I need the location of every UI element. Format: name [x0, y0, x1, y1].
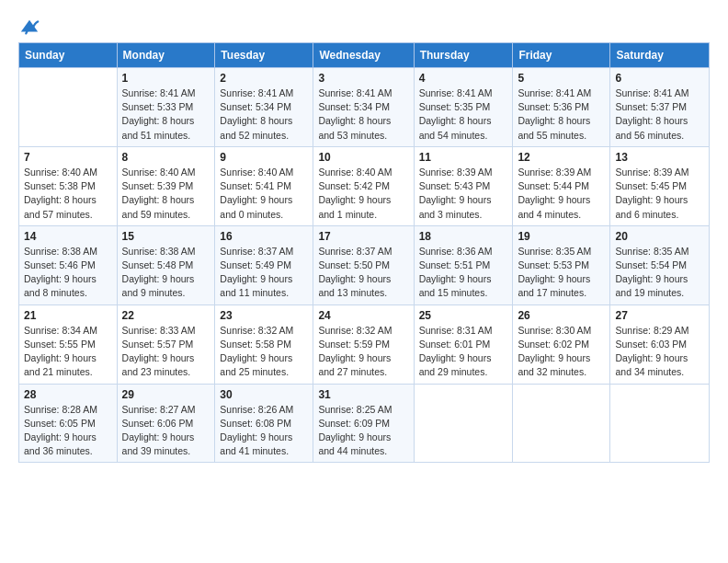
day-cell — [19, 68, 118, 147]
day-cell: 16Sunrise: 8:37 AMSunset: 5:49 PMDayligh… — [215, 225, 313, 304]
svg-marker-0 — [21, 20, 38, 32]
day-number: 6 — [615, 72, 704, 85]
day-cell: 27Sunrise: 8:29 AMSunset: 6:03 PMDayligh… — [610, 304, 710, 384]
day-cell: 7Sunrise: 8:40 AMSunset: 5:38 PMDaylight… — [19, 146, 118, 225]
day-number: 13 — [615, 151, 704, 164]
day-cell: 13Sunrise: 8:39 AMSunset: 5:45 PMDayligh… — [610, 146, 710, 225]
day-cell: 22Sunrise: 8:33 AMSunset: 5:57 PMDayligh… — [117, 304, 215, 384]
day-number: 16 — [220, 230, 308, 243]
day-info: Sunrise: 8:41 AMSunset: 5:37 PMDaylight:… — [615, 86, 704, 143]
day-cell: 31Sunrise: 8:25 AMSunset: 6:09 PMDayligh… — [313, 384, 414, 463]
day-number: 17 — [318, 230, 408, 243]
day-info: Sunrise: 8:40 AMSunset: 5:42 PMDaylight:… — [318, 166, 408, 222]
day-cell: 15Sunrise: 8:38 AMSunset: 5:48 PMDayligh… — [117, 225, 215, 304]
day-number: 3 — [318, 72, 408, 85]
logo — [18, 17, 40, 33]
day-cell: 18Sunrise: 8:36 AMSunset: 5:51 PMDayligh… — [414, 225, 513, 304]
day-info: Sunrise: 8:41 AMSunset: 5:34 PMDaylight:… — [318, 86, 408, 143]
col-header-monday: Monday — [117, 43, 215, 68]
day-cell: 11Sunrise: 8:39 AMSunset: 5:43 PMDayligh… — [414, 146, 513, 225]
day-cell: 5Sunrise: 8:41 AMSunset: 5:36 PMDaylight… — [513, 68, 610, 147]
day-number: 27 — [615, 309, 704, 322]
day-info: Sunrise: 8:27 AMSunset: 6:06 PMDaylight:… — [122, 403, 210, 459]
day-info: Sunrise: 8:40 AMSunset: 5:41 PMDaylight:… — [220, 166, 308, 222]
day-info: Sunrise: 8:41 AMSunset: 5:35 PMDaylight:… — [419, 86, 508, 143]
day-number: 1 — [122, 72, 210, 85]
day-info: Sunrise: 8:25 AMSunset: 6:09 PMDaylight:… — [318, 403, 408, 459]
calendar-page: SundayMondayTuesdayWednesdayThursdayFrid… — [0, 0, 728, 563]
day-number: 30 — [220, 388, 308, 401]
day-number: 18 — [419, 230, 508, 243]
day-cell: 12Sunrise: 8:39 AMSunset: 5:44 PMDayligh… — [513, 146, 610, 225]
day-number: 22 — [122, 309, 210, 322]
day-info: Sunrise: 8:28 AMSunset: 6:05 PMDaylight:… — [24, 403, 112, 459]
day-info: Sunrise: 8:31 AMSunset: 6:01 PMDaylight:… — [419, 324, 508, 380]
day-number: 29 — [122, 388, 210, 401]
day-info: Sunrise: 8:33 AMSunset: 5:57 PMDaylight:… — [122, 324, 210, 380]
day-info: Sunrise: 8:41 AMSunset: 5:33 PMDaylight:… — [122, 86, 210, 143]
day-cell: 24Sunrise: 8:32 AMSunset: 5:59 PMDayligh… — [313, 304, 414, 384]
day-number: 28 — [24, 388, 112, 401]
day-number: 20 — [615, 230, 704, 243]
week-row-2: 7Sunrise: 8:40 AMSunset: 5:38 PMDaylight… — [19, 146, 710, 225]
week-row-4: 21Sunrise: 8:34 AMSunset: 5:55 PMDayligh… — [19, 304, 710, 384]
day-cell: 9Sunrise: 8:40 AMSunset: 5:41 PMDaylight… — [215, 146, 313, 225]
day-number: 11 — [419, 151, 508, 164]
day-cell: 28Sunrise: 8:28 AMSunset: 6:05 PMDayligh… — [19, 384, 118, 463]
day-cell: 25Sunrise: 8:31 AMSunset: 6:01 PMDayligh… — [414, 304, 513, 384]
day-info: Sunrise: 8:32 AMSunset: 5:58 PMDaylight:… — [220, 324, 308, 380]
day-number: 10 — [318, 151, 408, 164]
day-cell: 20Sunrise: 8:35 AMSunset: 5:54 PMDayligh… — [610, 225, 710, 304]
col-header-saturday: Saturday — [610, 43, 710, 68]
day-info: Sunrise: 8:39 AMSunset: 5:43 PMDaylight:… — [419, 166, 508, 222]
day-number: 21 — [24, 309, 112, 322]
day-info: Sunrise: 8:41 AMSunset: 5:34 PMDaylight:… — [220, 86, 308, 143]
day-cell — [513, 384, 610, 463]
col-header-sunday: Sunday — [19, 43, 118, 68]
day-info: Sunrise: 8:29 AMSunset: 6:03 PMDaylight:… — [615, 324, 704, 380]
col-header-tuesday: Tuesday — [215, 43, 313, 68]
day-number: 2 — [220, 72, 308, 85]
day-number: 4 — [419, 72, 508, 85]
day-info: Sunrise: 8:37 AMSunset: 5:50 PMDaylight:… — [318, 245, 408, 301]
day-number: 23 — [220, 309, 308, 322]
day-cell: 26Sunrise: 8:30 AMSunset: 6:02 PMDayligh… — [513, 304, 610, 384]
col-header-wednesday: Wednesday — [313, 43, 414, 68]
logo-icon — [19, 17, 40, 37]
day-cell: 2Sunrise: 8:41 AMSunset: 5:34 PMDaylight… — [215, 68, 313, 147]
day-number: 31 — [318, 388, 408, 401]
day-cell: 19Sunrise: 8:35 AMSunset: 5:53 PMDayligh… — [513, 225, 610, 304]
day-cell: 23Sunrise: 8:32 AMSunset: 5:58 PMDayligh… — [215, 304, 313, 384]
day-info: Sunrise: 8:39 AMSunset: 5:44 PMDaylight:… — [518, 166, 605, 222]
day-cell: 17Sunrise: 8:37 AMSunset: 5:50 PMDayligh… — [313, 225, 414, 304]
day-info: Sunrise: 8:35 AMSunset: 5:54 PMDaylight:… — [615, 245, 704, 301]
day-info: Sunrise: 8:40 AMSunset: 5:38 PMDaylight:… — [24, 166, 112, 222]
week-row-5: 28Sunrise: 8:28 AMSunset: 6:05 PMDayligh… — [19, 384, 710, 463]
col-header-friday: Friday — [513, 43, 610, 68]
day-cell: 1Sunrise: 8:41 AMSunset: 5:33 PMDaylight… — [117, 68, 215, 147]
week-row-1: 1Sunrise: 8:41 AMSunset: 5:33 PMDaylight… — [19, 68, 710, 147]
day-number: 25 — [419, 309, 508, 322]
day-info: Sunrise: 8:34 AMSunset: 5:55 PMDaylight:… — [24, 324, 112, 380]
day-cell: 14Sunrise: 8:38 AMSunset: 5:46 PMDayligh… — [19, 225, 118, 304]
day-info: Sunrise: 8:40 AMSunset: 5:39 PMDaylight:… — [122, 166, 210, 222]
day-cell: 30Sunrise: 8:26 AMSunset: 6:08 PMDayligh… — [215, 384, 313, 463]
col-header-thursday: Thursday — [414, 43, 513, 68]
day-cell — [610, 384, 710, 463]
day-number: 15 — [122, 230, 210, 243]
day-info: Sunrise: 8:35 AMSunset: 5:53 PMDaylight:… — [518, 245, 605, 301]
day-info: Sunrise: 8:37 AMSunset: 5:49 PMDaylight:… — [220, 245, 308, 301]
day-cell: 6Sunrise: 8:41 AMSunset: 5:37 PMDaylight… — [610, 68, 710, 147]
day-info: Sunrise: 8:39 AMSunset: 5:45 PMDaylight:… — [615, 166, 704, 222]
header — [18, 17, 710, 33]
day-cell — [414, 384, 513, 463]
day-cell: 29Sunrise: 8:27 AMSunset: 6:06 PMDayligh… — [117, 384, 215, 463]
header-row: SundayMondayTuesdayWednesdayThursdayFrid… — [19, 43, 710, 68]
day-cell: 10Sunrise: 8:40 AMSunset: 5:42 PMDayligh… — [313, 146, 414, 225]
day-cell: 4Sunrise: 8:41 AMSunset: 5:35 PMDaylight… — [414, 68, 513, 147]
day-number: 19 — [518, 230, 605, 243]
day-number: 12 — [518, 151, 605, 164]
day-number: 14 — [24, 230, 112, 243]
day-info: Sunrise: 8:38 AMSunset: 5:48 PMDaylight:… — [122, 245, 210, 301]
week-row-3: 14Sunrise: 8:38 AMSunset: 5:46 PMDayligh… — [19, 225, 710, 304]
